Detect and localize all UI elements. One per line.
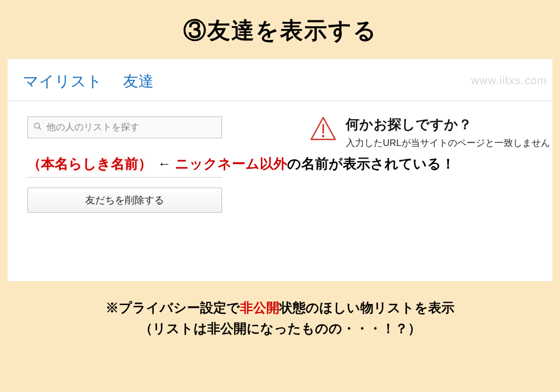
- divider: [27, 177, 222, 178]
- footer-red: 非公開: [240, 300, 279, 315]
- screenshot-panel: www.iitxs.com マイリスト 友達 （本名らしき名前） ← ニックネー…: [8, 59, 552, 281]
- footer-prefix: ※プライバシー設定で: [106, 300, 240, 315]
- search-input[interactable]: [46, 122, 216, 133]
- search-box[interactable]: [27, 116, 222, 138]
- search-icon: [33, 122, 42, 133]
- tab-mylist[interactable]: マイリスト: [23, 71, 102, 92]
- arrow-left-icon: ←: [158, 156, 171, 171]
- svg-point-0: [34, 123, 39, 128]
- annotation-suffix: の名前が表示されている！: [287, 156, 455, 171]
- watermark-text: www.iitxs.com: [471, 74, 547, 87]
- footer-line2: （リストは非公開になったものの・・・！？）: [0, 318, 560, 339]
- error-subtext: 入力したURLが当サイトのページと一致しません: [346, 137, 550, 149]
- svg-point-4: [322, 135, 324, 137]
- error-text: 何かお探しですか？ 入力したURLが当サイトのページと一致しません: [346, 114, 550, 149]
- error-heading: 何かお探しですか？: [346, 115, 550, 133]
- real-name-placeholder: （本名らしき名前）: [27, 155, 152, 173]
- page-title: ③友達を表示する: [0, 0, 560, 59]
- footer-suffix: 状態のほしい物リストを表示: [279, 300, 454, 315]
- error-block: 何かお探しですか？ 入力したURLが当サイトのページと一致しません: [308, 114, 552, 149]
- annotation-row: （本名らしき名前） ← ニックネーム以外の名前が表示されている！: [27, 155, 552, 173]
- footer-note: ※プライバシー設定で非公開状態のほしい物リストを表示 （リストは非公開になったも…: [0, 297, 560, 340]
- svg-line-1: [39, 127, 41, 130]
- annotation-nickname: ニックネーム以外: [175, 156, 287, 171]
- delete-friend-button[interactable]: 友だちを削除する: [27, 188, 222, 213]
- alert-icon: [308, 114, 338, 144]
- tab-friends[interactable]: 友達: [123, 71, 154, 92]
- content-area: （本名らしき名前） ← ニックネーム以外の名前が表示されている！ 友だちを削除す…: [8, 101, 552, 213]
